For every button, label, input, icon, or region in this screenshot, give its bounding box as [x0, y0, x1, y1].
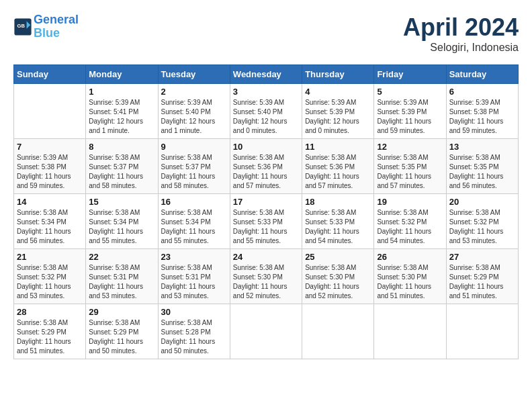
calendar-table: SundayMondayTuesdayWednesdayThursdayFrid…: [13, 64, 519, 359]
calendar-cell: 12 Sunrise: 5:38 AMSunset: 5:35 PMDaylig…: [374, 139, 446, 194]
day-number: 7: [17, 142, 83, 152]
day-number: 3: [233, 87, 299, 97]
day-number: 21: [17, 252, 83, 262]
week-row-3: 21 Sunrise: 5:38 AMSunset: 5:32 PMDaylig…: [14, 249, 519, 304]
day-info: Sunrise: 5:38 AMSunset: 5:32 PMDaylight:…: [17, 263, 83, 301]
weekday-header-saturday: Saturday: [446, 65, 518, 84]
day-number: 25: [305, 252, 371, 262]
day-number: 9: [161, 142, 227, 152]
weekday-header-tuesday: Tuesday: [158, 65, 230, 84]
day-info: Sunrise: 5:38 AMSunset: 5:31 PMDaylight:…: [89, 263, 154, 301]
calendar-cell: 13 Sunrise: 5:38 AMSunset: 5:35 PMDaylig…: [446, 139, 518, 194]
month-title: April 2024: [403, 13, 519, 42]
calendar-cell: [446, 304, 518, 359]
day-number: 18: [305, 197, 371, 207]
calendar-cell: 27 Sunrise: 5:38 AMSunset: 5:29 PMDaylig…: [446, 249, 518, 304]
calendar-cell: 28 Sunrise: 5:38 AMSunset: 5:29 PMDaylig…: [14, 304, 86, 359]
calendar-cell: 23 Sunrise: 5:38 AMSunset: 5:31 PMDaylig…: [158, 249, 230, 304]
day-info: Sunrise: 5:39 AMSunset: 5:39 PMDaylight:…: [377, 98, 443, 136]
calendar-cell: 3 Sunrise: 5:39 AMSunset: 5:40 PMDayligh…: [230, 84, 302, 139]
calendar-header: SundayMondayTuesdayWednesdayThursdayFrid…: [14, 65, 519, 84]
calendar-cell: [14, 84, 86, 139]
day-info: Sunrise: 5:38 AMSunset: 5:30 PMDaylight:…: [305, 263, 371, 301]
day-info: Sunrise: 5:38 AMSunset: 5:29 PMDaylight:…: [89, 318, 154, 356]
day-info: Sunrise: 5:38 AMSunset: 5:34 PMDaylight:…: [17, 208, 83, 246]
day-info: Sunrise: 5:38 AMSunset: 5:34 PMDaylight:…: [89, 208, 154, 246]
day-info: Sunrise: 5:38 AMSunset: 5:28 PMDaylight:…: [161, 318, 227, 356]
location: Selogiri, Indonesia: [403, 42, 519, 54]
day-number: 19: [377, 197, 443, 207]
day-info: Sunrise: 5:39 AMSunset: 5:40 PMDaylight:…: [161, 98, 227, 136]
day-info: Sunrise: 5:39 AMSunset: 5:38 PMDaylight:…: [17, 153, 83, 191]
day-info: Sunrise: 5:39 AMSunset: 5:38 PMDaylight:…: [449, 98, 515, 136]
page-header: GB GeneralBlue April 2024 Selogiri, Indo…: [13, 13, 519, 54]
day-number: 17: [233, 197, 299, 207]
day-number: 14: [17, 197, 83, 207]
day-number: 10: [233, 142, 299, 152]
calendar-cell: 25 Sunrise: 5:38 AMSunset: 5:30 PMDaylig…: [302, 249, 374, 304]
calendar-cell: 5 Sunrise: 5:39 AMSunset: 5:39 PMDayligh…: [374, 84, 446, 139]
calendar-cell: 14 Sunrise: 5:38 AMSunset: 5:34 PMDaylig…: [14, 194, 86, 249]
day-info: Sunrise: 5:38 AMSunset: 5:37 PMDaylight:…: [161, 153, 227, 191]
calendar-cell: 15 Sunrise: 5:38 AMSunset: 5:34 PMDaylig…: [86, 194, 158, 249]
calendar-cell: 16 Sunrise: 5:38 AMSunset: 5:34 PMDaylig…: [158, 194, 230, 249]
day-info: Sunrise: 5:39 AMSunset: 5:41 PMDaylight:…: [89, 98, 154, 136]
day-number: 26: [377, 252, 443, 262]
calendar-body: 1 Sunrise: 5:39 AMSunset: 5:41 PMDayligh…: [14, 84, 519, 359]
day-number: 11: [305, 142, 371, 152]
week-row-0: 1 Sunrise: 5:39 AMSunset: 5:41 PMDayligh…: [14, 84, 519, 139]
day-number: 22: [89, 252, 154, 262]
day-info: Sunrise: 5:38 AMSunset: 5:37 PMDaylight:…: [89, 153, 154, 191]
week-row-2: 14 Sunrise: 5:38 AMSunset: 5:34 PMDaylig…: [14, 194, 519, 249]
day-number: 20: [449, 197, 515, 207]
calendar-cell: 2 Sunrise: 5:39 AMSunset: 5:40 PMDayligh…: [158, 84, 230, 139]
day-info: Sunrise: 5:38 AMSunset: 5:36 PMDaylight:…: [233, 153, 299, 191]
day-number: 15: [89, 197, 154, 207]
weekday-header-monday: Monday: [86, 65, 158, 84]
calendar-cell: 4 Sunrise: 5:39 AMSunset: 5:39 PMDayligh…: [302, 84, 374, 139]
week-row-1: 7 Sunrise: 5:39 AMSunset: 5:38 PMDayligh…: [14, 139, 519, 194]
calendar-cell: 9 Sunrise: 5:38 AMSunset: 5:37 PMDayligh…: [158, 139, 230, 194]
calendar-cell: 10 Sunrise: 5:38 AMSunset: 5:36 PMDaylig…: [230, 139, 302, 194]
calendar-cell: [230, 304, 302, 359]
calendar-cell: [302, 304, 374, 359]
week-row-4: 28 Sunrise: 5:38 AMSunset: 5:29 PMDaylig…: [14, 304, 519, 359]
calendar-cell: 19 Sunrise: 5:38 AMSunset: 5:32 PMDaylig…: [374, 194, 446, 249]
day-info: Sunrise: 5:38 AMSunset: 5:35 PMDaylight:…: [449, 153, 515, 191]
calendar-cell: 6 Sunrise: 5:39 AMSunset: 5:38 PMDayligh…: [446, 84, 518, 139]
day-info: Sunrise: 5:39 AMSunset: 5:39 PMDaylight:…: [305, 98, 371, 136]
calendar-cell: 17 Sunrise: 5:38 AMSunset: 5:33 PMDaylig…: [230, 194, 302, 249]
day-info: Sunrise: 5:38 AMSunset: 5:29 PMDaylight:…: [449, 263, 515, 301]
day-info: Sunrise: 5:38 AMSunset: 5:29 PMDaylight:…: [17, 318, 83, 356]
day-number: 8: [89, 142, 154, 152]
calendar-cell: 18 Sunrise: 5:38 AMSunset: 5:33 PMDaylig…: [302, 194, 374, 249]
calendar-cell: [374, 304, 446, 359]
calendar-cell: 21 Sunrise: 5:38 AMSunset: 5:32 PMDaylig…: [14, 249, 86, 304]
weekday-header-row: SundayMondayTuesdayWednesdayThursdayFrid…: [14, 65, 519, 84]
day-number: 6: [449, 87, 515, 97]
day-info: Sunrise: 5:38 AMSunset: 5:31 PMDaylight:…: [161, 263, 227, 301]
calendar-cell: 8 Sunrise: 5:38 AMSunset: 5:37 PMDayligh…: [86, 139, 158, 194]
calendar-cell: 7 Sunrise: 5:39 AMSunset: 5:38 PMDayligh…: [14, 139, 86, 194]
day-info: Sunrise: 5:38 AMSunset: 5:30 PMDaylight:…: [233, 263, 299, 301]
calendar-cell: 11 Sunrise: 5:38 AMSunset: 5:36 PMDaylig…: [302, 139, 374, 194]
day-info: Sunrise: 5:38 AMSunset: 5:32 PMDaylight:…: [449, 208, 515, 246]
day-number: 30: [161, 307, 227, 317]
weekday-header-wednesday: Wednesday: [230, 65, 302, 84]
day-number: 24: [233, 252, 299, 262]
day-info: Sunrise: 5:38 AMSunset: 5:30 PMDaylight:…: [377, 263, 443, 301]
day-number: 23: [161, 252, 227, 262]
calendar-cell: 26 Sunrise: 5:38 AMSunset: 5:30 PMDaylig…: [374, 249, 446, 304]
weekday-header-friday: Friday: [374, 65, 446, 84]
logo-icon: GB: [13, 17, 32, 36]
day-number: 16: [161, 197, 227, 207]
svg-text:GB: GB: [17, 23, 26, 29]
calendar-cell: 24 Sunrise: 5:38 AMSunset: 5:30 PMDaylig…: [230, 249, 302, 304]
logo: GB GeneralBlue: [13, 13, 79, 40]
calendar-cell: 22 Sunrise: 5:38 AMSunset: 5:31 PMDaylig…: [86, 249, 158, 304]
day-info: Sunrise: 5:38 AMSunset: 5:33 PMDaylight:…: [233, 208, 299, 246]
weekday-header-sunday: Sunday: [14, 65, 86, 84]
day-info: Sunrise: 5:39 AMSunset: 5:40 PMDaylight:…: [233, 98, 299, 136]
day-info: Sunrise: 5:38 AMSunset: 5:34 PMDaylight:…: [161, 208, 227, 246]
calendar-cell: 1 Sunrise: 5:39 AMSunset: 5:41 PMDayligh…: [86, 84, 158, 139]
